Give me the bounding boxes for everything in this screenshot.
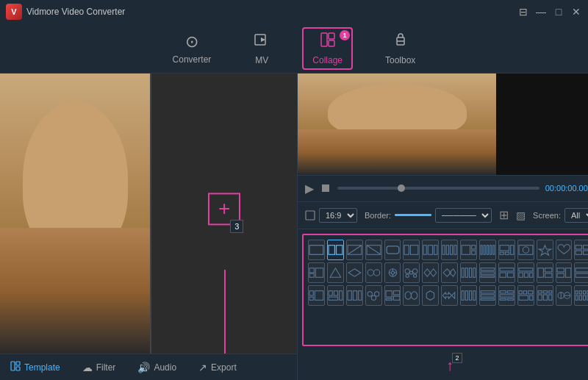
tab-audio[interactable]: 🔊 Audio xyxy=(133,359,181,376)
tab-filter-label: Filter xyxy=(96,362,116,373)
svg-rect-156 xyxy=(584,295,586,300)
template-circle-rect[interactable] xyxy=(517,240,534,260)
template-single[interactable] xyxy=(308,240,325,260)
svg-rect-130 xyxy=(500,290,506,293)
ratio-icon xyxy=(305,210,315,221)
svg-point-68 xyxy=(414,274,417,277)
svg-rect-74 xyxy=(481,268,495,270)
template-rounded[interactable] xyxy=(384,240,401,260)
template-r41[interactable] xyxy=(384,285,401,306)
svg-rect-33 xyxy=(490,245,492,254)
template-5col[interactable] xyxy=(479,240,496,260)
template-r45[interactable] xyxy=(460,285,477,306)
svg-rect-109 xyxy=(329,297,338,300)
border-select[interactable]: ────── ────── xyxy=(435,208,492,223)
template-r48[interactable] xyxy=(517,285,534,306)
window-max-btn[interactable]: □ xyxy=(553,6,564,18)
template-4col[interactable] xyxy=(441,240,458,260)
pattern-icon[interactable]: ▨ xyxy=(516,209,526,221)
template-star[interactable] xyxy=(537,240,553,260)
template-r42[interactable] xyxy=(403,285,420,306)
template-r23[interactable] xyxy=(384,262,401,283)
template-big-small[interactable] xyxy=(460,240,477,260)
template-r50[interactable] xyxy=(556,285,573,306)
template-3col[interactable] xyxy=(422,240,439,260)
nav-converter[interactable]: ⊙ Converter xyxy=(162,28,222,69)
template-2col-narrow[interactable] xyxy=(403,240,420,260)
template-r44[interactable] xyxy=(441,285,458,306)
template-2x2[interactable] xyxy=(574,240,588,260)
template-r28[interactable] xyxy=(479,262,496,283)
template-r22[interactable] xyxy=(365,262,382,283)
template-r25[interactable] xyxy=(422,262,439,283)
ratio-select[interactable]: 16:9 4:3 1:1 9:16 xyxy=(319,208,357,223)
svg-rect-131 xyxy=(507,290,513,293)
template-r51[interactable] xyxy=(574,285,588,306)
window-tile-btn[interactable]: ⊟ xyxy=(517,6,529,18)
template-r39[interactable] xyxy=(346,285,363,306)
template-diag1[interactable] xyxy=(346,240,363,260)
template-r47[interactable] xyxy=(498,285,515,306)
template-r30[interactable] xyxy=(517,262,534,283)
svg-marker-56 xyxy=(348,268,361,276)
border-group: Border: ────── ────── xyxy=(365,208,492,223)
nav-collage[interactable]: 1 Collage xyxy=(302,27,353,70)
template-r26[interactable] xyxy=(441,262,458,283)
timeline-bar[interactable] xyxy=(337,187,539,190)
svg-rect-108 xyxy=(334,290,337,295)
svg-rect-119 xyxy=(386,298,392,300)
window-close-btn[interactable]: ✕ xyxy=(570,6,582,18)
template-r27[interactable] xyxy=(460,262,477,283)
template-r20[interactable] xyxy=(327,262,344,283)
nav-converter-label: Converter xyxy=(173,54,212,65)
template-r43[interactable] xyxy=(422,285,439,306)
template-r32[interactable] xyxy=(556,262,573,283)
svg-rect-80 xyxy=(519,268,533,270)
play-button[interactable]: ▶ xyxy=(305,182,314,196)
stop-button[interactable]: ⏹ xyxy=(320,182,331,195)
svg-point-58 xyxy=(373,269,379,275)
template-r31[interactable] xyxy=(537,262,553,283)
template-r46[interactable] xyxy=(479,285,496,306)
tab-export[interactable]: ↗ Export xyxy=(194,359,241,376)
preview-area: + 3 xyxy=(0,74,297,354)
toolbox-icon xyxy=(392,32,409,52)
window-min-btn[interactable]: — xyxy=(535,6,547,18)
grid-icon[interactable]: ⊞ xyxy=(499,208,509,222)
nav-mv[interactable]: MV xyxy=(243,27,280,70)
svg-rect-127 xyxy=(481,290,495,293)
tab-template[interactable]: Template xyxy=(6,358,65,376)
template-2col[interactable] xyxy=(327,240,344,260)
svg-point-122 xyxy=(412,291,417,298)
template-l-shape[interactable] xyxy=(498,240,515,260)
screen-select[interactable]: All 1 2 xyxy=(564,208,588,223)
svg-rect-42 xyxy=(576,245,581,248)
template-r19[interactable] xyxy=(308,262,325,283)
tab-filter[interactable]: ☁ Filter xyxy=(78,359,121,376)
template-r40[interactable] xyxy=(365,285,382,306)
nav-toolbox[interactable]: Toolbox xyxy=(375,27,426,70)
svg-rect-133 xyxy=(500,298,506,300)
template-r49[interactable] xyxy=(537,285,553,306)
template-r21[interactable] xyxy=(346,262,363,283)
template-r33[interactable] xyxy=(574,262,588,283)
template-r29[interactable] xyxy=(498,262,515,283)
template-r24[interactable] xyxy=(403,262,420,283)
svg-rect-154 xyxy=(576,295,578,300)
audio-tab-icon: 🔊 xyxy=(137,362,150,373)
right-editor-slot[interactable]: + 3 xyxy=(150,74,297,354)
template-r38[interactable] xyxy=(327,285,344,306)
svg-rect-30 xyxy=(481,245,482,254)
svg-rect-82 xyxy=(524,273,528,277)
template-r37[interactable] xyxy=(308,285,325,306)
collage-badge: 1 xyxy=(340,30,350,40)
svg-rect-88 xyxy=(557,273,564,277)
template-diag2[interactable] xyxy=(365,240,382,260)
svg-rect-140 xyxy=(538,290,542,293)
svg-rect-45 xyxy=(584,251,588,254)
border-line xyxy=(395,214,431,216)
scroll-up-arrow[interactable]: ↑ 2 xyxy=(446,357,453,374)
svg-rect-145 xyxy=(548,294,551,299)
template-heart[interactable] xyxy=(556,240,573,260)
svg-rect-142 xyxy=(548,290,551,293)
